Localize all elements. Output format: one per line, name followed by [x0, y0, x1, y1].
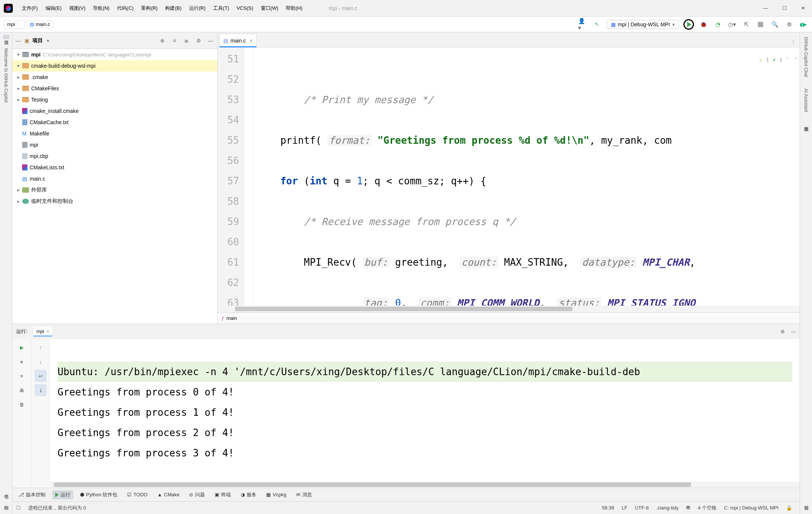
- close-run-tab-icon[interactable]: ×: [47, 328, 50, 334]
- tool-todo[interactable]: ☑TODO: [124, 491, 150, 499]
- project-panel-title[interactable]: 项目: [32, 37, 43, 44]
- tree-file-makefile[interactable]: ·MMakefile: [12, 128, 217, 139]
- panel-mode-chevron-icon[interactable]: ▾: [47, 38, 49, 44]
- tree-scratches[interactable]: ▸临时文件和控制台: [12, 196, 217, 207]
- breadcrumb-root[interactable]: mpi〉: [4, 20, 25, 29]
- editor-horizontal-scrollbar[interactable]: [218, 306, 800, 312]
- add-user-icon[interactable]: 👤▾: [578, 20, 588, 29]
- run-stop-button[interactable]: ■: [16, 356, 28, 368]
- menu-code[interactable]: 代码(C): [113, 3, 137, 13]
- status-linter[interactable]: .clang-tidy: [653, 505, 682, 511]
- tree-file-mainc[interactable]: ·▤main.c: [12, 173, 217, 184]
- right-tool-ai[interactable]: AI Assistant: [803, 86, 809, 114]
- menu-file[interactable]: 文件(F): [18, 3, 42, 13]
- copilot-icon[interactable]: ◖▶: [798, 20, 808, 29]
- console-output[interactable]: Ubuntu: /usr/bin/mpiexec -n 4 '/mnt/c/Us…: [50, 339, 800, 482]
- panel-settings-icon[interactable]: ⚙: [194, 38, 203, 44]
- menu-run[interactable]: 运行(R): [185, 3, 209, 13]
- status-indent[interactable]: 4 个空格: [694, 505, 720, 511]
- tree-file-cmake-install[interactable]: ·cmake_install.cmake: [12, 105, 217, 117]
- breadcrumb-file[interactable]: ▤main.c: [26, 20, 53, 28]
- run-button[interactable]: [683, 19, 694, 30]
- right-tool-chat[interactable]: GitHub Copilot Chat: [803, 35, 809, 79]
- tree-root[interactable]: ▾ mpi C:\Users\xing\Desktop\files\C lang…: [12, 49, 217, 60]
- tree-file-cmakelists[interactable]: ·CMakeLists.txt: [12, 162, 217, 173]
- status-position[interactable]: 58:38: [598, 505, 618, 511]
- profile-button[interactable]: ◷▾: [727, 20, 737, 29]
- settings-gear-icon[interactable]: ⚙: [784, 20, 794, 29]
- expand-all-icon[interactable]: ≡: [170, 38, 179, 44]
- panel-hide-icon[interactable]: —: [206, 38, 215, 44]
- scroll-to-end-icon[interactable]: ⤓: [35, 384, 47, 396]
- tree-file-cmakecache[interactable]: ·CMakeCache.txt: [12, 117, 217, 128]
- tree-folder-testing[interactable]: ▸Testing: [12, 94, 217, 105]
- maximize-button[interactable]: ☐: [782, 5, 787, 11]
- lock-icon[interactable]: 🔒: [782, 505, 796, 511]
- tool-windows-icon[interactable]: ☐: [16, 505, 24, 511]
- menu-window[interactable]: 窗口(W): [257, 3, 282, 13]
- soft-wrap-icon[interactable]: ↩: [35, 370, 47, 382]
- stop-button[interactable]: [756, 20, 765, 29]
- code-editor[interactable]: 51525354555657585960616263 ⚠1 ✔1 ˄ ˅ /* …: [218, 47, 800, 306]
- inspection-widget[interactable]: ⚠1 ✔1 ˄ ˅: [759, 50, 797, 70]
- collapse-all-icon[interactable]: ≣: [182, 38, 191, 44]
- tree-file-mpicbp[interactable]: ·mpi.cbp: [12, 151, 217, 162]
- run-print-button[interactable]: 🖶: [16, 384, 28, 396]
- status-context[interactable]: C: mpi | Debug-WSL MPI: [720, 505, 782, 511]
- run-delete-button[interactable]: 🗑: [16, 398, 28, 411]
- tree-folder-cmakefiles[interactable]: ▸CMakeFiles: [12, 83, 217, 94]
- attach-button[interactable]: ⇱: [741, 20, 751, 29]
- tool-run[interactable]: 运行: [52, 490, 73, 499]
- tool-vcpkg[interactable]: ▦Vcpkg: [263, 491, 289, 499]
- tree-folder-cmake[interactable]: ▸.cmake: [12, 71, 217, 83]
- menu-build[interactable]: 构建(B): [161, 3, 185, 13]
- status-lineend[interactable]: LF: [618, 505, 631, 511]
- menu-edit[interactable]: 编辑(E): [42, 3, 65, 13]
- close-tab-icon[interactable]: ×: [250, 38, 253, 44]
- scroll-up-icon[interactable]: ↑: [35, 341, 47, 353]
- menu-view[interactable]: 视图(V): [65, 3, 89, 13]
- menu-help[interactable]: 帮助(H): [282, 3, 306, 13]
- left-tool-project[interactable]: 项目: [3, 35, 9, 39]
- panel-toggle-icon[interactable]: —: [15, 38, 21, 44]
- scroll-down-icon[interactable]: ↓: [35, 356, 47, 368]
- hide-run-icon[interactable]: —: [791, 329, 796, 335]
- locate-icon[interactable]: ⊕: [158, 38, 167, 44]
- tree-build-dir[interactable]: ▾ cmake-build-debug-wsl-mpi: [12, 60, 217, 71]
- left-tool-welcome[interactable]: Welcome to GitHub Copilot: [3, 46, 9, 105]
- tool-services[interactable]: ◑服务: [238, 490, 259, 499]
- right-tool-notif[interactable]: 通知: [803, 500, 809, 504]
- run-layout-button[interactable]: ≡: [16, 370, 28, 382]
- minimize-button[interactable]: —: [763, 5, 768, 11]
- run-config-selector[interactable]: ▦ mpi | Debug-WSL MPI ▾: [607, 20, 679, 29]
- menu-vcs[interactable]: VCS(S): [233, 4, 257, 12]
- left-tool-structure[interactable]: 结构: [3, 500, 9, 504]
- tree-external-libs[interactable]: ▸外部库: [12, 184, 217, 196]
- left-tool-bookmark[interactable]: 书签: [3, 488, 9, 493]
- status-encoding[interactable]: UTF-8: [631, 505, 653, 511]
- rerun-button[interactable]: ▶: [16, 341, 28, 353]
- run-settings-icon[interactable]: ⚙: [780, 329, 785, 335]
- tool-cmake[interactable]: ▲CMake: [154, 491, 182, 499]
- run-tab-mpi[interactable]: mpi×: [33, 327, 53, 336]
- menu-tools[interactable]: 工具(T): [209, 3, 233, 13]
- tree-file-mpi-exe[interactable]: ·mpi: [12, 139, 217, 151]
- status-mem-icon[interactable]: ⛃: [682, 505, 694, 511]
- editor-more-icon[interactable]: ⋮: [787, 37, 800, 47]
- build-hammer-icon[interactable]: ↖: [592, 20, 602, 29]
- console-horizontal-scrollbar[interactable]: [50, 482, 800, 488]
- tool-messages[interactable]: ✉消息: [293, 490, 315, 499]
- tool-terminal[interactable]: ▣终端: [212, 490, 234, 499]
- search-everywhere-icon[interactable]: 🔍: [770, 20, 780, 29]
- coverage-button[interactable]: ◔: [713, 20, 723, 29]
- fold-column[interactable]: [244, 47, 253, 306]
- debug-button[interactable]: 🐞: [698, 20, 708, 29]
- right-tool-db[interactable]: 数据库: [803, 121, 809, 125]
- close-button[interactable]: ✕: [801, 5, 805, 11]
- menu-nav[interactable]: 导航(N): [89, 3, 113, 13]
- breadcrumb-function[interactable]: main: [226, 315, 237, 321]
- menu-refactor[interactable]: 重构(R): [137, 3, 161, 13]
- tool-vcs[interactable]: ⎇版本控制: [15, 490, 48, 499]
- editor-tab-mainc[interactable]: ▤ main.c ×: [219, 33, 257, 47]
- tool-problems[interactable]: ⊘问题: [186, 490, 208, 499]
